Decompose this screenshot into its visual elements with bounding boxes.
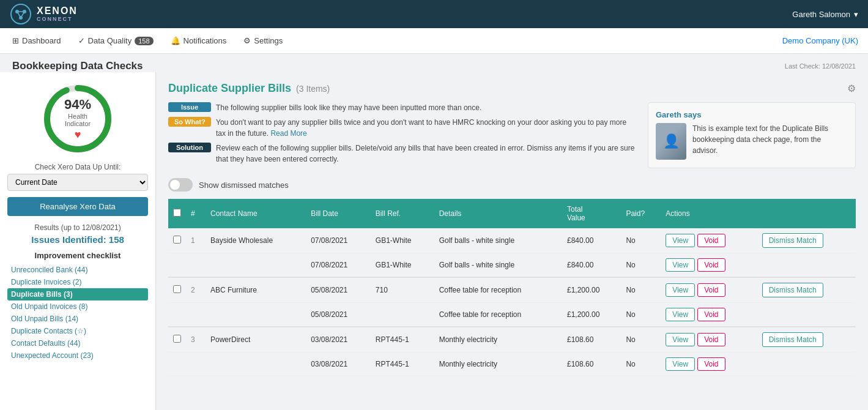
- checklist-item-5[interactable]: Duplicate Contacts (☆): [7, 325, 148, 337]
- date-select[interactable]: Current Date: [7, 174, 148, 191]
- nav-notifications[interactable]: 🔔 Notifications: [168, 36, 229, 45]
- checklist-item-4[interactable]: Old Unpaid Bills (14): [7, 313, 148, 325]
- nav-settings[interactable]: ⚙ Settings: [241, 36, 285, 45]
- header-checkbox: [168, 199, 186, 228]
- total-value: £840.00: [562, 228, 621, 253]
- row-number: 1: [186, 228, 206, 253]
- row-checkbox[interactable]: [173, 285, 181, 293]
- content-area: Duplicate Supplier Bills (3 Items) ⚙ Iss…: [156, 72, 868, 410]
- row-number: [186, 303, 206, 327]
- nav-dashboard-label: Dashboard: [22, 36, 61, 45]
- health-indicator: 94% Health Indicator ♥: [41, 82, 114, 155]
- show-dismissed-toggle[interactable]: [168, 178, 193, 192]
- row-checkbox[interactable]: [173, 236, 181, 244]
- last-check: Last Check: 12/08/2021: [785, 62, 856, 70]
- view-button[interactable]: View: [666, 357, 695, 371]
- header-actions: Actions: [661, 199, 757, 228]
- secondary-navigation: ⊞ Dashboard ✓ Data Quality 158 🔔 Notific…: [0, 28, 868, 54]
- bill-ref: [371, 303, 434, 327]
- view-button[interactable]: View: [666, 308, 695, 321]
- demo-company-link[interactable]: Demo Company (UK): [782, 36, 858, 45]
- actions-cell: ViewVoid: [661, 352, 757, 376]
- grid-icon: ⊞: [12, 36, 19, 45]
- view-button[interactable]: View: [666, 283, 695, 297]
- header-paid: Paid?: [621, 199, 661, 228]
- nav-dashboard[interactable]: ⊞ Dashboard: [10, 36, 64, 45]
- row-checkbox-cell: [168, 228, 186, 253]
- actions-cell: ViewVoid: [661, 253, 757, 278]
- row-checkbox-cell: [168, 352, 186, 376]
- paid-status: No: [621, 253, 661, 278]
- actions-cell: ViewVoid: [661, 303, 757, 327]
- user-info[interactable]: Gareth Salomon ▾: [792, 10, 858, 19]
- table-row: 2ABC Furniture05/08/2021710Coffee table …: [168, 277, 856, 303]
- top-navigation: XENON CONNECT Gareth Salomon ▾: [0, 0, 868, 28]
- settings-gear-button[interactable]: ⚙: [847, 83, 856, 94]
- view-button[interactable]: View: [666, 234, 695, 247]
- void-button[interactable]: Void: [697, 357, 725, 371]
- bell-icon: 🔔: [171, 36, 180, 45]
- checklist-item-1[interactable]: Duplicate Invoices (2): [7, 276, 148, 288]
- circle-label: 94% Health Indicator ♥: [59, 97, 96, 141]
- void-button[interactable]: Void: [697, 308, 725, 321]
- toggle-row: Show dismissed matches: [168, 178, 856, 192]
- brand-sub: CONNECT: [37, 17, 78, 23]
- checklist-item-7[interactable]: Unexpected Account (23): [7, 349, 148, 362]
- void-button[interactable]: Void: [697, 258, 725, 272]
- bill-ref: RPT445-1: [371, 327, 434, 352]
- content-header: Duplicate Supplier Bills (3 Items) ⚙: [168, 82, 856, 95]
- dismiss-match-button[interactable]: Dismiss Match: [762, 283, 823, 297]
- bill-date: 03/08/2021: [306, 327, 371, 352]
- bill-ref: GB1-White: [371, 228, 434, 253]
- select-all-checkbox[interactable]: [173, 209, 181, 217]
- sidebar: 94% Health Indicator ♥ Check Xero Data U…: [0, 72, 156, 410]
- view-button[interactable]: View: [666, 258, 695, 272]
- content-title: Duplicate Supplier Bills: [168, 82, 291, 95]
- void-button[interactable]: Void: [697, 283, 725, 297]
- view-button[interactable]: View: [666, 333, 695, 346]
- issue-badge: Issue: [168, 102, 211, 112]
- nav-data-quality[interactable]: ✓ Data Quality 158: [76, 36, 156, 45]
- bill-ref: GB1-White: [371, 253, 434, 278]
- health-indicator-container: 94% Health Indicator ♥: [7, 82, 148, 155]
- toggle-slider: [168, 178, 193, 192]
- header-ref: Bill Ref.: [371, 199, 434, 228]
- item-count: (3 Items): [296, 84, 330, 94]
- actions-cell: ViewVoid: [661, 277, 757, 303]
- row-checkbox-cell: [168, 277, 186, 303]
- total-value: £108.60: [562, 327, 621, 352]
- header-dismiss: [757, 199, 856, 228]
- checklist-item-0[interactable]: Unreconciled Bank (44): [7, 264, 148, 276]
- header-contact: Contact Name: [206, 199, 306, 228]
- total-value: £840.00: [562, 253, 621, 278]
- bill-details: Monthly electricity: [434, 352, 562, 376]
- advisor-content: 👤 This is example text for the Duplicate…: [656, 123, 848, 160]
- dismiss-match-button[interactable]: Dismiss Match: [762, 233, 823, 248]
- row-checkbox[interactable]: [173, 335, 181, 343]
- dismiss-cell: [757, 352, 856, 376]
- logo: XENON CONNECT: [10, 3, 78, 25]
- user-dropdown-icon[interactable]: ▾: [854, 10, 858, 19]
- total-value: £1,200.00: [562, 303, 621, 327]
- paid-status: No: [621, 228, 661, 253]
- avatar: 👤: [656, 123, 686, 160]
- dismiss-match-button[interactable]: Dismiss Match: [762, 332, 823, 347]
- void-button[interactable]: Void: [697, 234, 725, 247]
- checklist-item-3[interactable]: Old Unpaid Invoices (8): [7, 300, 148, 313]
- void-button[interactable]: Void: [697, 333, 725, 346]
- dismiss-cell: [757, 303, 856, 327]
- checklist-item-2[interactable]: Duplicate Bills (3): [7, 288, 148, 300]
- check-label: Check Xero Data Up Until:: [7, 163, 148, 171]
- top-nav-left: XENON CONNECT: [10, 3, 78, 25]
- bill-ref: 710: [371, 277, 434, 303]
- bill-date: 07/08/2021: [306, 253, 371, 278]
- bill-details: Monthly electricity: [434, 327, 562, 352]
- read-more-link[interactable]: Read More: [270, 129, 306, 138]
- data-quality-badge: 158: [135, 37, 153, 45]
- paid-status: No: [621, 352, 661, 376]
- bill-date: 03/08/2021: [306, 352, 371, 376]
- contact-name: [206, 303, 306, 327]
- reanalyse-button[interactable]: Reanalyse Xero Data: [7, 197, 148, 216]
- paid-status: No: [621, 303, 661, 327]
- checklist-item-6[interactable]: Contact Defaults (44): [7, 337, 148, 349]
